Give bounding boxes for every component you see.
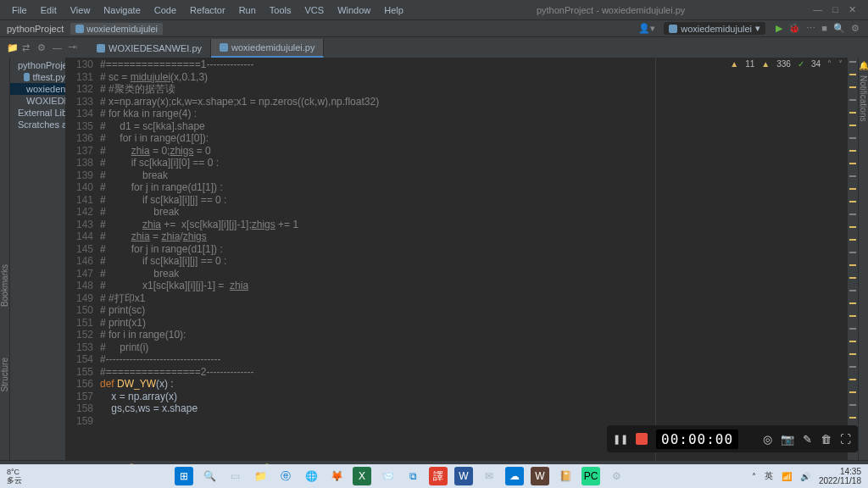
camera-icon[interactable]: 📷 [781, 433, 794, 446]
user-icon[interactable]: 👤▾ [638, 23, 655, 34]
chrome-icon[interactable]: 🌐 [302, 467, 320, 485]
vscode-icon[interactable]: ⧉ [403, 467, 422, 485]
code-editor[interactable]: 130 131 132 133 134 135 136 137 138 139 … [66, 58, 858, 460]
project-tree[interactable]: pythonProjetftest.pywoxiedenWOXIEDEExter… [10, 58, 66, 460]
chevron-up-icon[interactable]: ˄ [827, 59, 832, 69]
editor-tab[interactable]: woxiedemidujulei.py [211, 39, 324, 58]
taskbar-app[interactable]: 📨 [378, 467, 397, 485]
taskbar-app[interactable]: 📔 [556, 467, 575, 485]
edge-icon[interactable]: ⓔ [276, 467, 295, 485]
pen-icon[interactable]: ✎ [803, 433, 812, 446]
nav-bar: pythonProject woxiedemidujulei 👤▾ woxied… [0, 20, 868, 37]
breadcrumb-file[interactable]: woxiedemidujulei [70, 23, 163, 35]
minimize-icon[interactable]: — [813, 4, 822, 15]
structure-tool[interactable]: Structure [0, 358, 9, 392]
more-run-icon[interactable]: ⋯ [806, 23, 815, 33]
expand-icon[interactable]: ⛶ [840, 433, 851, 446]
window-title: pythonProject - woxiedemidujulei.py [409, 5, 813, 15]
windows-taskbar[interactable]: 8°C 多云 ⊞ 🔍 ▭ 📁 ⓔ 🌐 🦊 X 📨 ⧉ 譯 W ✉ ☁ W 📔 P… [0, 464, 868, 488]
debug-button[interactable]: 🐞 [788, 23, 800, 33]
error-stripe[interactable] [848, 58, 858, 460]
task-view-icon[interactable]: ▭ [225, 467, 244, 485]
ime-icon[interactable]: 英 [765, 470, 773, 482]
start-button[interactable]: ⊞ [175, 467, 193, 485]
menu-navigate[interactable]: Navigate [98, 3, 145, 17]
tree-node[interactable]: woxieden [10, 83, 65, 95]
taskbar-app[interactable]: ⚙ [607, 467, 626, 485]
notifications-icon[interactable]: 🔔 [859, 61, 869, 70]
python-icon [75, 25, 84, 33]
editor-tab-bar: 📁 ⇄ ⚙ — ⭲ WOXIEDESANWEI.pywoxiedemidujul… [0, 37, 868, 58]
editor-tab[interactable]: WOXIEDESANWEI.py [88, 39, 211, 58]
inspection-widget[interactable]: ▲11 ▲336 ✓34 ˄ ˅ [730, 59, 843, 69]
volume-icon[interactable]: 🔊 [800, 472, 810, 481]
target-icon[interactable]: ◎ [763, 433, 772, 446]
gear-icon[interactable]: ⚙ [37, 42, 47, 53]
tree-node[interactable]: tftest.py [10, 71, 65, 83]
bookmarks-tool[interactable]: Bookmarks [0, 264, 9, 307]
taskbar-app[interactable]: ☁ [505, 467, 524, 485]
pycharm-icon[interactable]: PC [581, 467, 600, 485]
screen-recorder-bar[interactable]: ❚❚ 00:00:00 ◎ 📷 ✎ 🗑 ⛶ [607, 425, 858, 452]
python-icon [669, 25, 677, 33]
python-icon [97, 44, 105, 53]
weak-warning-icon: ▲ [761, 59, 770, 69]
tree-node[interactable]: Scratches an [10, 119, 65, 130]
taskbar-app[interactable]: W [531, 467, 549, 485]
search-button[interactable]: 🔍 [200, 467, 219, 485]
check-icon: ✓ [798, 59, 804, 69]
close-icon[interactable]: ✕ [849, 4, 856, 15]
warning-icon: ▲ [730, 59, 738, 69]
menu-view[interactable]: View [65, 3, 96, 17]
select-opened-icon[interactable]: ⇄ [22, 42, 32, 53]
menu-tools[interactable]: Tools [264, 3, 297, 17]
menu-window[interactable]: Window [332, 3, 376, 17]
chevron-down-icon: ▾ [755, 23, 760, 34]
gutter: 130 131 132 133 134 135 136 137 138 139 … [66, 58, 100, 460]
file-icon [24, 73, 30, 81]
tree-node[interactable]: External Libr [10, 107, 65, 119]
window-controls: — □ ✕ [813, 4, 861, 15]
stop-button[interactable]: ■ [821, 23, 827, 33]
chevron-down-icon[interactable]: ˅ [838, 59, 843, 69]
python-icon [220, 43, 228, 52]
menu-file[interactable]: File [7, 3, 32, 17]
menu-refactor[interactable]: Refactor [185, 3, 231, 17]
main-menu: FileEditViewNavigateCodeRefactorRunTools… [7, 3, 409, 17]
pause-button[interactable]: ❚❚ [614, 432, 627, 446]
hide-icon[interactable]: ⭲ [68, 42, 78, 53]
breadcrumb-project[interactable]: pythonProject [7, 24, 64, 34]
menu-edit[interactable]: Edit [36, 3, 62, 17]
code-area[interactable]: #================1--------------# sc = m… [100, 58, 848, 460]
explorer-icon[interactable]: 📁 [251, 467, 270, 485]
menu-help[interactable]: Help [379, 3, 409, 17]
word-icon[interactable]: W [454, 467, 473, 485]
system-tray[interactable]: ˄ 英 📶 🔊 14:35 2022/11/18 [752, 467, 861, 485]
weather-widget[interactable]: 8°C 多云 [7, 468, 22, 485]
run-button[interactable]: ▶ [776, 23, 782, 33]
collapse-icon[interactable]: — [53, 42, 63, 53]
taskbar-app[interactable]: X [353, 467, 371, 485]
firefox-icon[interactable]: 🦊 [327, 467, 346, 485]
tree-node[interactable]: pythonProje [10, 59, 65, 71]
trash-icon[interactable]: 🗑 [821, 433, 832, 446]
maximize-icon[interactable]: □ [832, 4, 838, 15]
gear-icon[interactable]: ⚙ [851, 23, 860, 33]
tray-chevron-icon[interactable]: ˄ [752, 472, 756, 481]
clock[interactable]: 14:35 2022/11/18 [819, 467, 861, 485]
wifi-icon[interactable]: 📶 [782, 472, 792, 481]
project-icon[interactable]: 📁 [7, 42, 17, 53]
stop-record-button[interactable] [636, 433, 648, 445]
search-icon[interactable]: 🔍 [833, 23, 845, 33]
menu-vcs[interactable]: VCS [300, 3, 330, 17]
tree-node[interactable]: WOXIEDE [10, 95, 65, 107]
taskbar-app[interactable]: 譯 [429, 467, 448, 485]
notifications-tool[interactable]: Notifications [859, 75, 868, 121]
menu-run[interactable]: Run [234, 3, 261, 17]
right-tool-strip: 🔔 Notifications [858, 58, 868, 460]
menu-code[interactable]: Code [149, 3, 181, 17]
mail-icon[interactable]: ✉ [480, 467, 498, 485]
taskbar-apps: ⊞ 🔍 ▭ 📁 ⓔ 🌐 🦊 X 📨 ⧉ 譯 W ✉ ☁ W 📔 PC ⚙ [175, 467, 626, 485]
left-tool-strip: Bookmarks Structure [0, 58, 10, 460]
run-config-selector[interactable]: woxiedemidujulei ▾ [664, 22, 765, 35]
